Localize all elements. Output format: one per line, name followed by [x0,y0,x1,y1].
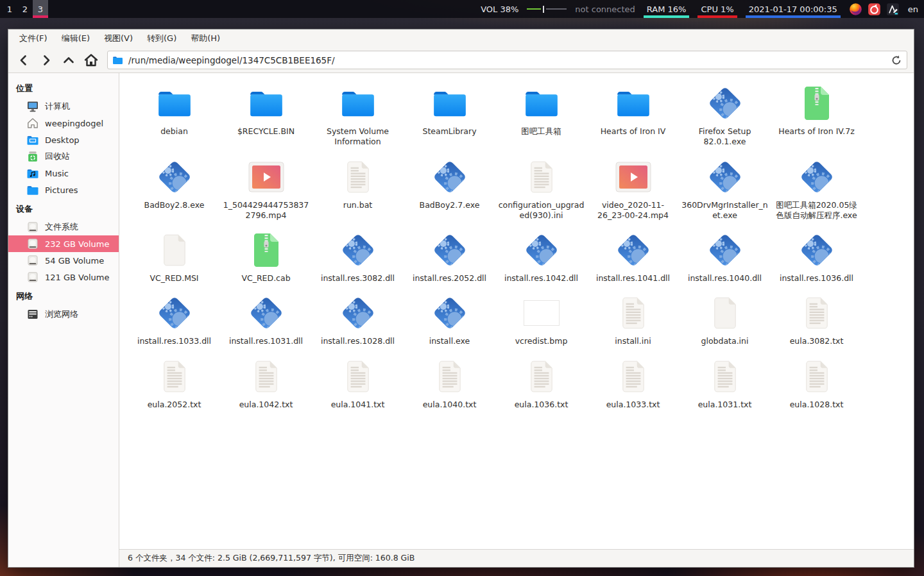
sidebar-item[interactable]: weepingdogel [8,115,119,131]
file-item[interactable]: debian [128,82,220,148]
file-item[interactable]: install.ini [587,292,679,346]
video-icon [248,162,284,192]
sidebar-item[interactable]: Desktop [8,131,119,148]
forward-button[interactable] [36,51,56,69]
file-icon-box [587,156,679,198]
file-name: install.res.1028.dll [321,336,395,346]
ime-icon[interactable] [886,3,900,16]
file-name: 1_5044294447538372796.mp4 [222,200,310,221]
drive-icon [26,271,39,284]
text-file-icon [437,360,463,393]
sidebar-item-label: 文件系统 [45,221,78,233]
cpu-indicator[interactable]: CPU 1% [697,0,737,18]
file-item[interactable]: run.bat [312,156,404,221]
file-item[interactable]: eula.1040.txt [404,355,495,410]
keyboard-layout[interactable]: en [908,0,918,18]
menu-item[interactable]: 文件(F) [12,30,55,47]
menu-item[interactable]: 帮助(H) [184,30,227,47]
workspace-1[interactable]: 1 [2,0,17,18]
volume-slider-handle[interactable] [543,6,544,13]
sidebar-item[interactable]: 计算机 [8,98,119,115]
sidebar-item[interactable]: 121 GB Volume [8,269,119,285]
system-tray [849,0,900,18]
sidebar-item[interactable]: 54 GB Volume [8,252,119,269]
workspace-3[interactable]: 3 [33,0,48,18]
text-file-icon [620,296,646,330]
file-item[interactable]: eula.1028.txt [771,355,862,410]
music-app-icon[interactable] [868,3,881,16]
file-name: eula.1036.txt [515,400,569,410]
file-item[interactable]: Hearts of Iron IV.7z [771,82,862,148]
file-item[interactable]: install.exe [404,292,495,346]
file-item[interactable]: Hearts of Iron IV [587,82,679,148]
firefox-icon[interactable] [849,3,862,16]
sidebar-item-label: 54 GB Volume [45,256,104,266]
file-icon-box [404,229,495,271]
file-item[interactable]: System Volume Information [312,82,404,148]
clock[interactable]: 2021-01-17 00:00:35 [746,0,841,18]
file-item[interactable]: eula.3082.txt [771,292,862,346]
executable-icon [157,296,192,330]
file-name: globdata.ini [701,336,749,346]
file-item[interactable]: eula.1042.txt [220,355,312,410]
file-item[interactable]: 图吧工具箱 [495,82,587,148]
file-item[interactable]: 1_5044294447538372796.mp4 [220,156,312,221]
path-text: /run/media/weepingdogel/1347C5CB1BEE165F… [128,55,335,65]
file-icon-box [771,82,862,124]
menu-item[interactable]: 编辑(E) [55,30,97,47]
sidebar-item[interactable]: Music [8,165,119,182]
file-item[interactable]: BadBoy2.8.exe [128,156,220,221]
file-item[interactable]: video_2020-11-26_23-00-24.mp4 [587,156,679,221]
file-item[interactable]: $RECYCLE.BIN [220,82,312,148]
file-name: 360DrvMgrInstaller_net.exe [681,200,769,221]
menu-item[interactable]: 转到(G) [140,30,184,47]
sidebar-item[interactable]: 浏览网络 [8,306,119,323]
file-item[interactable]: SteamLibrary [404,82,495,148]
file-name: eula.1041.txt [331,400,385,410]
sidebar-item[interactable]: 文件系统 [8,219,119,235]
file-item[interactable]: Firefox Setup 82.0.1.exe [679,82,771,148]
file-item[interactable]: BadBoy2.7.exe [404,156,495,221]
sidebar-item-label: 232 GB Volume [45,239,109,249]
file-item[interactable]: 图吧工具箱2020.05绿色版自动解压程序.exe [771,156,862,221]
file-item[interactable]: install.res.1031.dll [220,292,312,346]
folder-icon [615,89,651,118]
sidebar-item[interactable]: 回收站 [8,148,119,165]
sidebar-item[interactable]: Pictures [8,182,119,198]
file-item[interactable]: globdata.ini [679,292,771,346]
file-item[interactable]: eula.2052.txt [128,355,220,410]
file-item[interactable]: eula.1041.txt [312,355,404,410]
file-item[interactable]: configuration_upgraded(930).ini [495,156,587,221]
file-item[interactable]: eula.1036.txt [495,355,587,410]
file-icon-box [404,156,495,198]
file-item[interactable]: vcredist.bmp [495,292,587,346]
file-item[interactable]: install.res.1036.dll [771,229,862,284]
file-item[interactable]: eula.1033.txt [587,355,679,410]
file-item[interactable]: VC_RED.cab [220,229,312,284]
refresh-button[interactable] [891,55,902,66]
file-name: Hearts of Iron IV.7z [778,126,855,137]
back-button[interactable] [13,51,34,69]
sidebar-item-label: Music [45,169,69,178]
file-item[interactable]: VC_RED.MSI [128,229,220,284]
file-item[interactable]: install.res.1033.dll [128,292,220,346]
volume-slider[interactable] [527,0,567,18]
file-item[interactable]: install.res.1041.dll [587,229,679,284]
file-item[interactable]: install.res.1028.dll [312,292,404,346]
path-bar[interactable]: /run/media/weepingdogel/1347C5CB1BEE165F… [107,51,907,69]
ram-indicator[interactable]: RAM 16% [644,0,690,18]
file-icon-box [220,355,312,398]
file-item[interactable]: install.res.3082.dll [312,229,404,284]
menu-item[interactable]: 视图(V) [97,30,140,47]
file-item[interactable]: install.res.2052.dll [404,229,495,284]
sidebar-item[interactable]: 232 GB Volume [8,235,119,252]
file-item[interactable]: eula.1031.txt [679,355,771,410]
file-item[interactable]: install.res.1042.dll [495,229,587,284]
workspace-2[interactable]: 2 [17,0,33,18]
up-button[interactable] [58,51,79,69]
volume-slider-track [546,8,567,10]
file-item[interactable]: install.res.1040.dll [679,229,771,284]
file-item[interactable]: 360DrvMgrInstaller_net.exe [679,156,771,221]
home-button[interactable] [81,51,101,69]
file-icon-box [404,82,495,124]
